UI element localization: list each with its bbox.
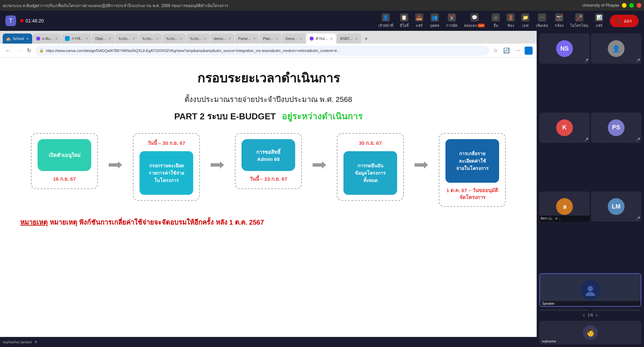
participant-ps[interactable]: PS 🎤 [591, 113, 641, 143]
tab-plan[interactable]: Plan... ✕ [260, 34, 281, 44]
canva-active-icon [310, 37, 314, 41]
pagination: ‹ 1/6 › [537, 311, 644, 320]
participants-icon: 👤 [382, 13, 390, 21]
participant-lm[interactable]: LM 🎤 [591, 191, 641, 222]
tab-close-ebu[interactable]: ✕ [55, 37, 58, 41]
tab-rabob2[interactable]: ระบบ... ✕ [139, 34, 162, 44]
tab-gene[interactable]: Gene... ✕ [282, 34, 306, 44]
avatar-ns: NS [556, 40, 573, 57]
edge-logo [525, 47, 533, 55]
self-avatar: 🧑 [583, 325, 598, 340]
tab-close-gene[interactable]: ✕ [300, 37, 302, 41]
tab-close-parse[interactable]: ✕ [253, 37, 256, 41]
tab-close-rabob1[interactable]: ✕ [132, 37, 135, 41]
slide-title: กรอบระยะเวลาดำเนินการ [197, 68, 340, 88]
slide-part-green: อยู่ระหว่างดำเนินการ [282, 111, 363, 121]
camera-off-icon: 📷 [555, 13, 563, 21]
pagination-next[interactable]: › [596, 312, 597, 318]
action-files[interactable]: 📁 เอฟ [521, 13, 529, 28]
tab-close-demo[interactable]: ✕ [228, 37, 231, 41]
recording-indicator [20, 19, 23, 22]
action-room[interactable]: 🚪 ห้อง [506, 13, 515, 28]
action-chat[interactable]: 💬 คอมเดง 164 [464, 13, 485, 28]
action-camera[interactable]: 📷 กล้อง [555, 13, 564, 28]
room-icon: 🚪 [506, 13, 515, 21]
action-emoji[interactable]: 📋 อีโมจิ์ [400, 13, 409, 28]
avatar-lm: LM [608, 198, 625, 215]
action-people[interactable]: 👥 บุคคล [430, 13, 439, 28]
back-button[interactable]: ← [4, 46, 12, 55]
participants-grid-2: BY 🎤 NP 🎤 T 🎤 SW 🎤 🧑 🧑 TK 🎤 👤 [537, 308, 644, 311]
refresh-button[interactable]: 🔃 [502, 46, 511, 55]
action-scissors[interactable]: ✂️ กากมีด [446, 13, 458, 28]
screenshare-icon: 📊 [595, 13, 603, 21]
title-bar-text: อบรมระบบ e-Budget การปรับเกลี่ยเงินโครงก… [3, 2, 580, 9]
tab-rabob1[interactable]: ระบบ... ✕ [115, 34, 138, 44]
arrow-3 [313, 160, 326, 170]
tab-bsb7[interactable]: BSB7... ✕ [337, 34, 361, 44]
close-button[interactable] [637, 3, 641, 8]
tab-kanj[interactable]: การจั... ✕ [62, 34, 91, 44]
tab-close-plan[interactable]: ✕ [275, 37, 278, 41]
new-tab-button[interactable]: + [362, 34, 371, 44]
tab-obj[interactable]: Obje... ✕ [92, 34, 114, 44]
mic-icon-k: 🎤 [584, 138, 588, 141]
minimize-button[interactable] [622, 3, 627, 8]
forward-button[interactable]: → [15, 46, 23, 55]
tab-kamkho[interactable]: คำขอ... ✕ [306, 34, 336, 44]
tab-rabob4[interactable]: ระบบ... ✕ [186, 34, 210, 44]
svg-marker-2 [313, 161, 326, 169]
action-more[interactable]: ⋯ เพิ่มเตม [536, 13, 548, 28]
step-box-4: การกดยืนยันข้อมูลโครงการทั้งหมด [343, 151, 397, 195]
action-screenshare[interactable]: 📊 แชร์ [595, 13, 603, 28]
tab-bar: 🏫 School ✕ e-Bu... ✕ การจั... ✕ Obje... … [0, 31, 537, 44]
tab-close-rabob4[interactable]: ✕ [204, 37, 206, 41]
mic-icon-photo1: 🎤 [636, 59, 640, 62]
participant-ns[interactable]: NS 🎤 [539, 34, 590, 64]
action-participants[interactable]: 👤 เจ้าหน้าที่ [378, 13, 393, 28]
tab-demo[interactable]: demo... ✕ [210, 34, 234, 44]
step-date-1: 16 ก.ย. 67 [53, 175, 76, 183]
title-bar-right: University of Phayao [582, 3, 619, 8]
tab-parse[interactable]: Parse... ✕ [235, 34, 259, 44]
taskbar-plus[interactable]: + [34, 339, 37, 345]
tab-school[interactable]: 🏫 School ✕ [3, 34, 32, 44]
arrow-2 [211, 160, 224, 170]
pagination-prev[interactable]: ‹ [583, 312, 585, 318]
tab-close-rabob3[interactable]: ✕ [180, 37, 182, 41]
tab-close-kamkho[interactable]: ✕ [330, 37, 333, 41]
action-reaction[interactable]: ☺ อื่น [492, 13, 500, 28]
url-box[interactable]: 🔒 https://www.canva.com/design/DAGQaW7BK… [35, 46, 489, 56]
active-speaker-card[interactable]: Speaker [539, 273, 641, 307]
tab-close-rabob2[interactable]: ✕ [156, 37, 159, 41]
participant-np[interactable]: NP 🎤 [591, 309, 641, 311]
maximize-button[interactable] [629, 3, 634, 8]
end-call-button[interactable]: 📞 ออก [610, 15, 639, 27]
window-controls[interactable] [622, 3, 641, 8]
tab-close-kanj[interactable]: ✕ [85, 37, 88, 41]
participant-photo1[interactable]: 👤 🎤 [591, 34, 641, 64]
step-date-top-4: 30 ก.ย. 67 [359, 139, 382, 147]
slide-subtitle: ตั้งงบประมาณรายจ่ายประจำปีงบประมาณ พ.ศ. … [184, 94, 352, 105]
favorites-button[interactable]: ☆ [492, 46, 499, 55]
tab-ebu[interactable]: e-Bu... ✕ [33, 34, 61, 44]
teams-toolbar: T 01:46:20 👤 เจ้าหน้าที่ 📋 อีโมจิ์ 📤 แชร… [0, 11, 644, 31]
address-bar: ← → ↻ 🔒 https://www.canva.com/design/DAG… [0, 44, 537, 58]
taskbar-user[interactable]: suphachai jantaut [3, 340, 32, 344]
extensions-button[interactable]: ⋯ [514, 46, 522, 55]
school-icon: 🏫 [6, 37, 11, 41]
tab-close-school[interactable]: ✕ [26, 37, 29, 41]
mic-icon-lm: 🎤 [636, 217, 640, 220]
action-share[interactable]: 📤 แชร์ [415, 13, 423, 28]
reload-button[interactable]: ↻ [25, 46, 33, 55]
participant-la[interactable]: ล สิทรา (1... ✕ ... [539, 191, 590, 222]
step-box-5: การเกลี่ยรายละเอียดค่าใช้จ่ายในโครงการ [445, 139, 499, 183]
participant-k[interactable]: K 🎤 [539, 113, 590, 143]
tab-close-bsb7[interactable]: ✕ [355, 37, 358, 41]
action-mic[interactable]: 🎤 ไมโครโฟน [570, 13, 588, 28]
svg-marker-3 [415, 161, 428, 169]
participant-by[interactable]: BY 🎤 [539, 309, 590, 311]
dashed-box-4: 30 ก.ย. 67 การกดยืนยันข้อมูลโครงการทั้งห… [337, 133, 404, 201]
tab-rabob3[interactable]: ระบบ... ✕ [163, 34, 186, 44]
tab-close-obj[interactable]: ✕ [108, 37, 111, 41]
